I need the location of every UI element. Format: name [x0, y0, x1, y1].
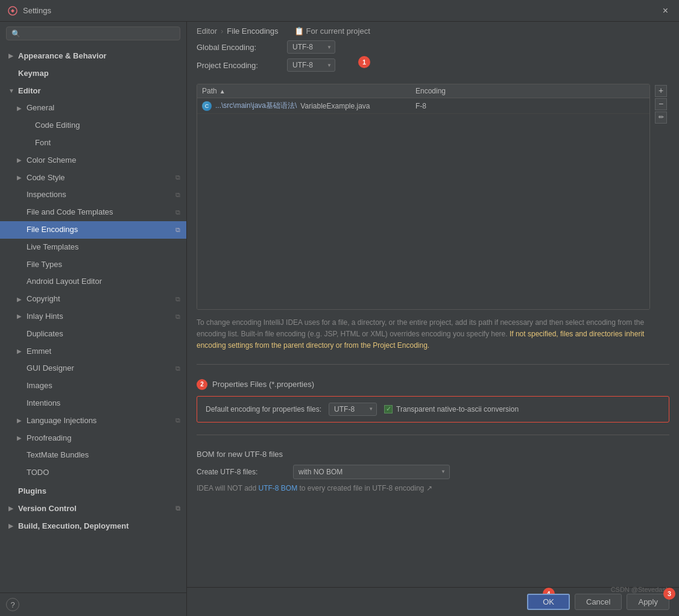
project-encoding-dropdown[interactable]: UTF-8	[287, 58, 335, 72]
sidebar-item-copyright[interactable]: ▶ Copyright ⧉	[0, 291, 186, 308]
sidebar-item-label: Inspections	[27, 189, 66, 201]
copy-icon: ⧉	[175, 225, 180, 236]
sidebar-item-inlay-hints[interactable]: ▶ Inlay Hints ⧉	[0, 308, 186, 325]
arrow-icon: ▶	[17, 156, 25, 165]
watermark: CSDN @Stevedash	[611, 586, 669, 593]
remove-button[interactable]: −	[655, 98, 667, 110]
bom-note: IDEA will NOT add UTF-8 BOM to every cre…	[197, 484, 669, 492]
sidebar-item-label: Duplicates	[27, 328, 63, 341]
sidebar-item-plugins[interactable]: Plugins	[0, 483, 186, 500]
path-prefix: ...\src\main\java基础语法\	[215, 101, 297, 111]
copy-icon: ⧉	[175, 190, 180, 201]
sidebar-item-version-control[interactable]: ▶ Version Control ⧉	[0, 500, 186, 518]
sidebar-item-textmate-bundles[interactable]: TextMate Bundles	[0, 447, 186, 464]
sidebar-item-general[interactable]: ▶ General	[0, 99, 186, 117]
search-box[interactable]: 🔍	[6, 27, 180, 40]
arrow-icon: ▼	[8, 86, 17, 96]
table-row[interactable]: C ...\src\main\java基础语法\VariableExample.…	[197, 98, 649, 114]
table-body: C ...\src\main\java基础语法\VariableExample.…	[197, 98, 649, 309]
sidebar-item-label: File Encodings	[27, 224, 78, 236]
titlebar: Settings ×	[0, 0, 679, 22]
search-icon: 🔍	[11, 30, 21, 38]
sidebar-item-proofreading[interactable]: ▶ Proofreading	[0, 430, 186, 447]
sidebar-item-label: Emmet	[27, 345, 51, 358]
sidebar-item-build-exec-deploy[interactable]: ▶ Build, Execution, Deployment	[0, 518, 186, 535]
sidebar-item-duplicates[interactable]: Duplicates	[0, 325, 186, 343]
sidebar-item-label: Plugins	[18, 485, 46, 498]
sidebar: 🔍 ▶ Appearance & Behavior Keymap ▼ Edito…	[0, 22, 187, 616]
sidebar-item-appearance[interactable]: ▶ Appearance & Behavior	[0, 48, 186, 65]
sidebar-item-code-editing[interactable]: Code Editing	[0, 117, 186, 134]
sidebar-item-android-layout-editor[interactable]: Android Layout Editor	[0, 273, 186, 291]
content-area: Global Encoding: UTF-8 Project Encoding:…	[187, 40, 679, 587]
bom-create-label: Create UTF-8 files:	[197, 468, 287, 476]
ok-button[interactable]: OK	[527, 594, 570, 610]
global-encoding-dropdown[interactable]: UTF-8	[287, 40, 335, 54]
props-encoding-label: Default encoding for properties files:	[206, 405, 321, 413]
properties-box: Default encoding for properties files: U…	[197, 396, 669, 423]
bom-note-prefix: IDEA will NOT add	[197, 484, 258, 492]
bom-note-suffix: to every created file in UTF-8 encoding …	[297, 484, 432, 492]
close-button[interactable]: ×	[659, 4, 672, 17]
sidebar-item-keymap[interactable]: Keymap	[0, 65, 186, 83]
badge-2: 2	[197, 379, 207, 390]
footer-bar: CSDN @Stevedash 4 OK Cancel 3 Apply	[187, 587, 679, 616]
sidebar-item-intentions[interactable]: Intentions	[0, 395, 186, 412]
sidebar-item-gui-designer[interactable]: GUI Designer ⧉	[0, 360, 186, 377]
sidebar-item-label: Inlay Hints	[27, 310, 63, 323]
arrow-icon: ▶	[8, 521, 17, 531]
breadcrumb-parent: Editor	[197, 27, 217, 36]
sidebar-item-file-encodings[interactable]: File Encodings ⧉	[0, 221, 186, 239]
copy-icon: ⧉	[175, 312, 180, 322]
sidebar-item-label: Font	[35, 137, 51, 149]
encoding-section: Global Encoding: UTF-8 Project Encoding:…	[197, 40, 669, 77]
cell-encoding: F-8	[415, 102, 645, 110]
breadcrumb-current: File Encodings	[227, 27, 278, 36]
sidebar-item-images[interactable]: Images	[0, 377, 186, 395]
sidebar-item-label: Keymap	[18, 68, 49, 80]
apply-btn-wrap: 3 Apply	[627, 594, 669, 610]
arrow-icon: ▶	[17, 173, 25, 183]
sidebar-item-label: Copyright	[27, 293, 60, 306]
sidebar-item-label: Version Control	[18, 503, 77, 515]
sidebar-item-editor[interactable]: ▼ Editor	[0, 83, 186, 100]
sidebar-item-color-scheme[interactable]: ▶ Color Scheme	[0, 152, 186, 169]
cancel-button[interactable]: Cancel	[575, 594, 622, 610]
transparent-checkbox[interactable]	[384, 405, 393, 413]
badge-3: 3	[663, 588, 675, 600]
transparent-checkbox-row: Transparent native-to-ascii conversion	[384, 405, 519, 413]
sidebar-item-label: File Types	[27, 259, 62, 271]
sidebar-item-label: General	[27, 102, 54, 115]
global-encoding-value: UTF-8	[292, 43, 313, 51]
sidebar-item-font[interactable]: Font	[0, 134, 186, 152]
bom-create-dropdown[interactable]: with NO BOM	[293, 465, 450, 479]
sidebar-item-inspections[interactable]: Inspections ⧉	[0, 186, 186, 204]
arrow-icon: ▶	[8, 51, 17, 61]
sidebar-item-todo[interactable]: TODO	[0, 464, 186, 482]
sidebar-item-language-injections[interactable]: ▶ Language Injections ⧉	[0, 412, 186, 430]
sidebar-item-code-style[interactable]: ▶ Code Style ⧉	[0, 169, 186, 187]
copy-icon: ⧉	[175, 294, 180, 305]
sidebar-item-label: GUI Designer	[27, 362, 74, 375]
sidebar-item-file-code-templates[interactable]: File and Code Templates ⧉	[0, 204, 186, 221]
edit-button[interactable]: ✏	[655, 112, 667, 124]
bom-title: BOM for new UTF-8 files	[197, 450, 669, 459]
app-icon	[7, 5, 18, 16]
sidebar-item-file-types[interactable]: File Types	[0, 256, 186, 274]
apply-button[interactable]: Apply	[627, 594, 669, 610]
add-button[interactable]: +	[655, 85, 667, 97]
sidebar-item-live-templates[interactable]: Live Templates	[0, 239, 186, 256]
breadcrumb-project[interactable]: 📋 For current project	[294, 27, 370, 36]
settings-window: Settings × 🔍 ▶ Appearance & Behavior Key…	[0, 0, 679, 616]
project-encoding-label: Project Encoding:	[197, 61, 281, 70]
props-encoding-dropdown[interactable]: UTF-8	[329, 403, 377, 416]
arrow-icon: ▶	[8, 504, 17, 514]
bom-create-value: with NO BOM	[298, 468, 343, 476]
search-input[interactable]	[24, 29, 175, 38]
sidebar-item-emmet[interactable]: ▶ Emmet	[0, 343, 186, 360]
badge-1: 1	[358, 56, 370, 68]
project-label: For current project	[306, 27, 370, 36]
help-button[interactable]: ?	[6, 598, 19, 611]
divider-1	[197, 364, 669, 365]
sidebar-item-label: Intentions	[27, 397, 60, 410]
